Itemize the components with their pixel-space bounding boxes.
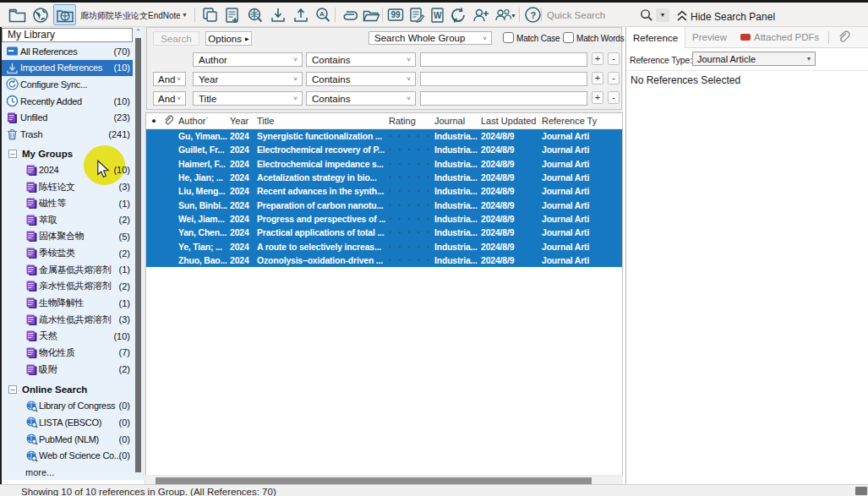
column-header-author[interactable]: Authorˆ (175, 116, 227, 126)
sidebar-group-item[interactable]: 生物降解性 (1) (2, 295, 144, 312)
open-library-icon[interactable] (7, 5, 27, 25)
sidebar-group-item[interactable]: 陈钰论文 (3) (2, 178, 144, 195)
search-term-input[interactable] (420, 72, 587, 86)
sidebar-group-item[interactable]: 萃取 (2) (2, 212, 144, 229)
sidebar-item-imported-references[interactable]: Imported References (10) (2, 60, 133, 77)
collapse-icon[interactable]: – (8, 385, 17, 394)
column-header-reference-type[interactable]: Reference Ty (539, 116, 619, 126)
sidebar-group-item[interactable]: 亲水性低共熔溶剂 (2) (2, 278, 144, 295)
sidebar-group-item[interactable]: 天然 (10) (2, 328, 144, 345)
column-header-journal[interactable]: Journal (433, 116, 478, 126)
sidebar-group-item[interactable]: 物化性质 (7) (2, 345, 144, 362)
reference-row[interactable]: Zhuo, Bao... 2024 Ozonolysis–oxidation-d… (146, 253, 622, 267)
sidebar-item-configure-sync[interactable]: Configure Sync... (2, 76, 144, 93)
search-field-dropdown[interactable]: Author˅ (193, 52, 303, 67)
hide-search-panel-icon[interactable] (676, 9, 688, 25)
sidebar-online-item[interactable]: PubMed (NLM) (0) (2, 431, 144, 448)
reference-row[interactable]: Sun, Binbi... 2024 Preparation of carbon… (146, 198, 622, 211)
sidebar-item-trash[interactable]: Trash (241) (2, 126, 144, 143)
column-header-title[interactable]: Title (254, 116, 385, 126)
sharing-caret-icon[interactable]: ▼ (510, 13, 516, 19)
format-bibliography-icon[interactable] (407, 5, 427, 25)
reference-row[interactable]: Guillet, Fr... 2024 Electrochemical reco… (146, 143, 622, 156)
search-term-input[interactable] (420, 91, 587, 106)
search-field-dropdown[interactable]: Year˅ (193, 72, 303, 86)
sidebar-group-item[interactable]: 季铵盐类 (2) (2, 245, 144, 262)
online-search-header[interactable]: – Online Search (2, 381, 144, 398)
sidebar-group-item[interactable]: 固体聚合物 (5) (2, 228, 144, 245)
collapse-icon[interactable]: – (8, 150, 17, 158)
add-search-row-button[interactable]: + (592, 52, 603, 65)
remove-search-row-button[interactable]: - (608, 72, 620, 84)
search-connector-dropdown[interactable]: And˅ (153, 72, 186, 86)
online-search-icon[interactable] (245, 5, 265, 25)
quick-search-icon[interactable] (640, 8, 653, 25)
find-fulltext-icon[interactable]: A (313, 5, 333, 25)
sidebar-online-item[interactable]: Library of Congress (0) (2, 398, 144, 415)
attachment-column-icon[interactable] (161, 113, 175, 128)
remove-search-row-button[interactable]: - (608, 52, 620, 65)
search-connector-dropdown[interactable]: And˅ (153, 91, 186, 106)
read-status-column-icon[interactable]: ● (146, 117, 161, 125)
sidebar-online-item[interactable]: Web of Science Co... (0) (2, 447, 144, 464)
reference-row[interactable]: Yan, Chen... 2024 Practical applications… (146, 226, 622, 239)
sidebar-group-item[interactable]: 磁性等 (1) (2, 195, 144, 212)
sidebar-group-item[interactable]: 2024 (10) (2, 162, 144, 179)
sidebar-item-recently-added[interactable]: Recently Added (10) (2, 93, 144, 110)
tab-attached-pdfs[interactable]: Attached PDFs (734, 27, 826, 47)
new-reference-icon[interactable] (222, 5, 243, 25)
reference-row[interactable]: Gu, Yiman... 2024 Synergistic functional… (146, 129, 622, 143)
add-search-row-button[interactable]: + (592, 91, 603, 104)
options-button[interactable]: Options▶ (205, 31, 252, 46)
horizontal-scrollbar-thumb[interactable] (156, 477, 592, 484)
my-groups-header[interactable]: – My Groups (2, 145, 144, 162)
sidebar-more-link[interactable]: more... (25, 464, 54, 481)
table-header-row[interactable]: ● Authorˆ Year Title Rating Journal Last… (146, 113, 622, 129)
match-words-checkbox[interactable] (563, 32, 574, 43)
library-selector[interactable]: My Library (2, 28, 133, 42)
add-contact-icon[interactable] (471, 5, 491, 25)
help-icon[interactable]: ? (522, 5, 543, 25)
import-icon[interactable] (268, 5, 288, 25)
reference-type-dropdown[interactable]: Journal Article▾ (692, 52, 816, 66)
column-header-rating[interactable]: Rating (385, 116, 433, 126)
hide-search-panel-button[interactable]: Hide Search Panel (691, 11, 775, 23)
sidebar-group-item[interactable]: 疏水性低共熔溶剂 (3) (2, 311, 144, 328)
sidebar-item-all-references[interactable]: All References (70) (2, 43, 144, 60)
layout-toggle-icon[interactable] (855, 487, 867, 495)
reference-row[interactable]: Liu, Meng... 2024 Recent advances in the… (146, 184, 622, 198)
sidebar-group-item[interactable]: 吸附 (2) (2, 361, 144, 378)
reference-row[interactable]: Wei, Jiam... 2024 Progress and perspecti… (146, 212, 622, 226)
sidebar-scrollbar-up-arrow[interactable]: ⌃ (134, 29, 142, 36)
sync-icon[interactable] (445, 5, 471, 25)
column-header-last-updated[interactable]: Last Updated (478, 116, 539, 126)
search-comparator-dropdown[interactable]: Contains˅ (306, 52, 416, 67)
attach-pdf-button[interactable] (833, 27, 854, 47)
open-file-icon[interactable] (361, 5, 381, 25)
match-case-checkbox[interactable] (503, 32, 514, 43)
search-scope-dropdown[interactable]: Search Whole Group˅ (368, 31, 492, 45)
search-term-input[interactable] (420, 52, 587, 67)
output-style-selector[interactable]: 廊坊师院毕业论文EndNote模板 (80, 10, 180, 22)
reference-row[interactable]: Ye, Tian; ... 2024 A route to selectivel… (146, 239, 622, 253)
search-comparator-dropdown[interactable]: Contains˅ (306, 72, 416, 86)
shared-library-icon[interactable] (30, 5, 51, 25)
remove-search-row-button[interactable]: - (608, 91, 620, 104)
copy-icon[interactable] (199, 5, 220, 25)
sidebar-item-unfiled[interactable]: Unfiled (23) (2, 109, 144, 126)
attach-file-icon[interactable] (339, 5, 359, 25)
quick-search-options-caret[interactable]: ▼ (656, 8, 669, 22)
online-search-mode-button[interactable] (53, 4, 76, 25)
search-button[interactable]: Search (153, 31, 199, 46)
search-comparator-dropdown[interactable]: Contains˅ (306, 91, 416, 106)
tab-preview[interactable]: Preview (685, 27, 734, 47)
tab-reference[interactable]: Reference (626, 27, 685, 48)
reference-row[interactable]: Haimerl, F... 2024 Electrochemical imped… (146, 157, 622, 171)
search-field-dropdown[interactable]: Title˅ (193, 91, 303, 106)
insert-citation-icon[interactable]: 99 (385, 5, 406, 25)
sidebar-online-item[interactable]: LISTA (EBSCO) (0) (2, 414, 144, 431)
reference-row[interactable]: He, Jian; ... 2024 Acetalization strateg… (146, 171, 622, 184)
sidebar-group-item[interactable]: 金属基低共熔溶剂 (1) (2, 261, 144, 278)
export-icon[interactable] (291, 5, 311, 25)
column-header-year[interactable]: Year (227, 116, 254, 126)
